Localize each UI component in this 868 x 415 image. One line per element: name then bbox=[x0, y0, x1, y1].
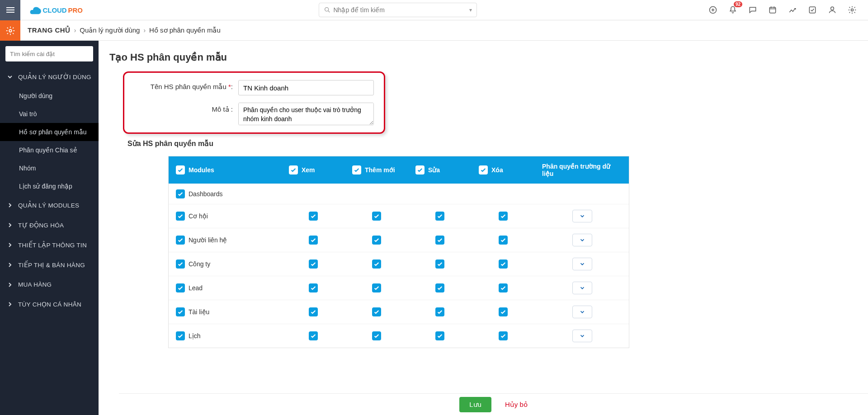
expand-fields-button[interactable] bbox=[572, 258, 592, 270]
sidebar-group-purchase[interactable]: MUA HÀNG bbox=[0, 275, 99, 294]
checkbox-view[interactable] bbox=[309, 259, 318, 269]
profile-button[interactable] bbox=[827, 5, 837, 15]
checkbox-module[interactable] bbox=[176, 331, 185, 340]
checkbox-delete[interactable] bbox=[499, 283, 508, 292]
checkbox-view[interactable] bbox=[309, 307, 318, 316]
analytics-button[interactable] bbox=[788, 5, 797, 15]
checkbox-edit[interactable] bbox=[435, 259, 444, 269]
checkbox-edit[interactable] bbox=[435, 307, 444, 316]
checkbox-module[interactable] bbox=[176, 307, 185, 316]
sidebar-search-input[interactable] bbox=[5, 46, 93, 61]
cancel-button[interactable]: Hủy bỏ bbox=[505, 401, 528, 409]
breadcrumb-level1[interactable]: Quản lý người dùng bbox=[80, 26, 140, 34]
profile-name-input[interactable] bbox=[238, 80, 374, 95]
settings-panel-button[interactable] bbox=[0, 20, 20, 41]
perm-cell-delete bbox=[472, 300, 535, 324]
plus-circle-icon bbox=[708, 5, 717, 14]
checkbox-delete[interactable] bbox=[499, 331, 508, 340]
checkbox-add[interactable] bbox=[372, 236, 381, 245]
sidebar-group-personal[interactable]: TÙY CHỌN CÁ NHÂN bbox=[0, 294, 99, 314]
checkbox-view[interactable] bbox=[309, 236, 318, 245]
check-square-icon bbox=[808, 5, 817, 14]
logo[interactable]: CLOUD PRO bbox=[20, 4, 98, 16]
perm-cell-add bbox=[345, 324, 408, 348]
checkbox-add[interactable] bbox=[372, 331, 381, 340]
profile-desc-textarea[interactable] bbox=[238, 103, 374, 125]
chat-button[interactable] bbox=[748, 5, 758, 15]
sidebar-item-login-history[interactable]: Lịch sử đăng nhập bbox=[0, 177, 99, 195]
perm-row: Lịch bbox=[169, 324, 629, 348]
perm-cell-add bbox=[345, 276, 408, 300]
checkbox-delete[interactable] bbox=[499, 212, 508, 221]
profile-desc-label: Mô tả : bbox=[133, 103, 233, 113]
gear-icon bbox=[5, 26, 15, 36]
search-wrap: ▾ bbox=[98, 3, 697, 17]
sidebar-item-users[interactable]: Người dùng bbox=[0, 87, 99, 105]
perm-row: Cơ hội bbox=[169, 204, 629, 228]
checkbox-edit[interactable] bbox=[435, 212, 444, 221]
save-button[interactable]: Lưu bbox=[459, 397, 491, 412]
col-delete: Xóa bbox=[472, 156, 535, 184]
breadcrumb-level2: Hồ sơ phân quyền mẫu bbox=[149, 26, 221, 34]
checkbox-all-view[interactable] bbox=[289, 165, 298, 174]
sidebar-item-profiles[interactable]: Hồ sơ phân quyền mẫu bbox=[0, 123, 99, 141]
col-delete-label: Xóa bbox=[491, 166, 503, 174]
checkbox-all-edit[interactable] bbox=[415, 165, 425, 174]
sidebar-group-modules[interactable]: QUẢN LÝ MODULES bbox=[0, 195, 99, 215]
calendar-button[interactable] bbox=[768, 5, 778, 15]
checkbox-view[interactable] bbox=[309, 331, 318, 340]
col-view: Xem bbox=[282, 156, 345, 184]
checkbox-module[interactable] bbox=[176, 259, 185, 269]
checkbox-add[interactable] bbox=[372, 259, 381, 269]
expand-fields-button[interactable] bbox=[572, 234, 592, 246]
sidebar-group-marketing[interactable]: TIẾP THỊ & BÁN HÀNG bbox=[0, 255, 99, 275]
col-edit-label: Sửa bbox=[428, 166, 440, 174]
perm-cell-view bbox=[282, 324, 345, 348]
global-search-input[interactable] bbox=[334, 6, 469, 14]
sidebar-group-users[interactable]: QUẢN LÝ NGƯỜI DÙNG bbox=[0, 67, 99, 87]
checkbox-module[interactable] bbox=[176, 212, 185, 221]
breadcrumb-home[interactable]: TRANG CHỦ bbox=[28, 26, 71, 34]
checkbox-edit[interactable] bbox=[435, 331, 444, 340]
sidebar-item-groups[interactable]: Nhóm bbox=[0, 159, 99, 177]
checkbox-delete[interactable] bbox=[499, 307, 508, 316]
checkbox-module[interactable] bbox=[176, 283, 185, 292]
checkbox-all-add[interactable] bbox=[352, 165, 361, 174]
notifications-button[interactable]: 92 bbox=[728, 5, 738, 15]
perm-cell-view bbox=[282, 204, 345, 228]
module-name: Dashboards bbox=[189, 190, 223, 198]
settings-button[interactable] bbox=[847, 5, 857, 15]
checkbox-add[interactable] bbox=[372, 212, 381, 221]
checkbox-add[interactable] bbox=[372, 283, 381, 292]
perm-cell-fields bbox=[535, 324, 630, 348]
sidebar: QUẢN LÝ NGƯỜI DÙNG Người dùng Vai trò Hồ… bbox=[0, 41, 99, 415]
checkbox-all-delete[interactable] bbox=[479, 165, 488, 174]
expand-fields-button[interactable] bbox=[572, 330, 592, 342]
menu-toggle-button[interactable] bbox=[0, 0, 20, 20]
sidebar-item-sharing[interactable]: Phân quyền Chia sẻ bbox=[0, 141, 99, 159]
checkbox-add[interactable] bbox=[372, 307, 381, 316]
perm-cell-delete bbox=[472, 184, 535, 204]
checkbox-edit[interactable] bbox=[435, 283, 444, 292]
checkbox-delete[interactable] bbox=[499, 259, 508, 269]
add-button[interactable] bbox=[708, 5, 718, 15]
checkbox-edit[interactable] bbox=[435, 236, 444, 245]
checkbox-view[interactable] bbox=[309, 212, 318, 221]
expand-fields-button[interactable] bbox=[572, 210, 592, 222]
expand-fields-button[interactable] bbox=[572, 306, 592, 318]
global-search[interactable]: ▾ bbox=[319, 3, 477, 17]
checkbox-view[interactable] bbox=[309, 283, 318, 292]
checkbox-module[interactable] bbox=[176, 236, 185, 245]
checkbox-all-modules[interactable] bbox=[176, 165, 185, 174]
perm-cell-edit bbox=[408, 252, 472, 276]
col-edit: Sửa bbox=[408, 156, 472, 184]
sidebar-group-config[interactable]: THIẾT LẬP THÔNG TIN bbox=[0, 235, 99, 255]
sidebar-group-automation[interactable]: TỰ ĐỘNG HÓA bbox=[0, 215, 99, 235]
module-name: Lịch bbox=[189, 332, 201, 340]
sidebar-item-roles[interactable]: Vai trò bbox=[0, 105, 99, 123]
checkbox-delete[interactable] bbox=[499, 236, 508, 245]
tasks-button[interactable] bbox=[807, 5, 817, 15]
profile-name-label: Tên HS phân quyền mẫu *: bbox=[133, 80, 233, 91]
expand-fields-button[interactable] bbox=[572, 282, 592, 294]
checkbox-module[interactable] bbox=[176, 189, 185, 198]
